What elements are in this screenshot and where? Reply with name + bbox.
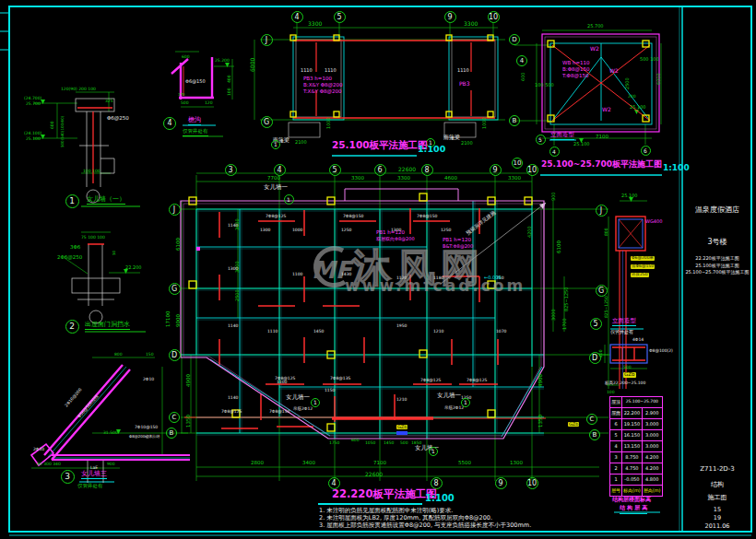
plan1-scale: 1:100 [418,144,445,154]
dim-label: 标高22.200~25.100 [605,381,645,386]
rebar-lines [77,41,650,428]
dim-label: PB1 h=120 [376,230,405,236]
grid-bubble: J [596,205,608,217]
dim-label: 25.200 [215,59,230,64]
dim-label: 3300 [508,176,521,182]
dim-label: 仅管井处有 [77,484,103,489]
dim-label: 1300 [510,461,523,466]
watermark: MF 沐风网 www.mfcad.com [312,245,526,295]
dim-label: 25.100 [573,142,590,146]
dim-label: 立面造型 [550,132,574,140]
grid-bubble: 5 [334,11,346,23]
dim-label: B:X&Y Φ8@200 [303,83,343,88]
drawing-list: 22.220板平法施工图25.100板平法施工图25.100~25.700板平法… [683,255,751,276]
grid-bubble: 9 [490,164,502,176]
grid-bubble: J [261,34,273,46]
floor-table-cell: 4.800 [642,475,662,486]
floor-table-header-cell: 层号 [610,486,622,497]
floor-table-cell: 2.900 [642,408,662,419]
floor-table-cell: 3.000 [642,419,662,430]
phase: 施工图 [683,493,751,502]
dim-label: 7Φ8@150 [269,410,289,415]
dim-label: GZb [396,425,408,429]
grid-bubble: 4 [291,11,303,23]
dim-label: W2 [609,68,619,74]
dim-label: 1250 [441,228,451,233]
dim-label: 1700 [562,318,567,330]
dim-label: 2Φ6@250 [57,255,82,261]
dim-label: 3300 [464,21,478,27]
cad-drawing-sheet[interactable]: MF 沐风网 www.mfcad.com 3300330060001110111… [0,0,756,539]
dim-label: 100 [228,88,232,96]
grid-bubble: 9 [444,11,456,23]
sheet-number: 15 [683,506,751,513]
grid-bubble: 1 [461,398,470,407]
floor-table-cell: 3 [610,452,622,463]
dim-label: 立面造型 [612,318,636,326]
dim-label: 1000 [326,117,331,129]
floor-table-row: 38.7504.200 [610,452,663,463]
floor-table-cell: -0.050 [622,475,643,486]
grid-bubble: 4 [163,117,176,130]
dim-label: 7Φ8@125 [420,379,441,383]
drawing-list-item: 25.100板平法施工图 [683,263,751,270]
dim-label: 22600 [398,167,416,172]
dim-label: 1180 [433,276,443,281]
dim-label: 1950 [396,324,407,329]
floor-table-row: 屋面22.2002.900 [610,408,663,419]
dim-label: 6000 [656,73,661,85]
floor-table-cell: 3.000 [642,441,662,452]
dim-label: 825~1250 [605,296,609,318]
dim-label: 31.500 [103,431,118,436]
dim-label: 吊筋2Φ12 [444,406,464,411]
dim-label: 7100 [596,135,608,140]
project-name: 温泉度假酒店 [683,205,751,215]
dim-label: 9000 [176,314,182,327]
dim-label: 3Φ6 [70,245,80,251]
floor-table-cell: 1 [610,475,622,486]
floor-table-caption2: 结 构 层 高 [620,504,647,514]
grid-bubble: 10 [512,158,523,169]
dim-label: 3300 [351,176,364,182]
floor-elevation-table: 屋顶25.100~25.700屋面22.2002.900619.1503.000… [609,396,663,497]
dim-label: 1450 [384,441,394,446]
dim-label: 1100 [292,273,302,277]
dim-label: 7100 [373,461,386,466]
grid-bubble: D [509,34,520,45]
dim-label: 2500 [625,77,630,89]
grid-bubble: C [586,414,597,425]
dim-label: PB3 [459,81,470,87]
dim-label: Φ6@200单 [631,256,655,261]
dim-label: 900 [551,192,556,201]
dim-label: 2Φ10 [143,378,154,382]
grid-bubble: G [169,283,181,295]
dim-label: 1120 [396,276,407,281]
dim-label: 400 [228,75,232,83]
dim-label: 3000 [551,309,556,321]
dim-label: 22.200 [125,265,142,270]
dim-label: 825~1250 [564,287,569,311]
dim-label: 150 [146,353,154,357]
dim-label: 800 [605,228,609,236]
dim-label: 25.700 [26,102,41,107]
dim-label: 170 [178,93,185,97]
dim-label: (24.100) [24,132,41,136]
dim-label: T:Φ8@150 [562,74,588,79]
dim-label: (24.700) [24,97,41,101]
dim-label: 2Φ10 [33,448,44,452]
floor-table-cell: 4.750 [622,463,643,475]
floor-table-cell: 屋顶 [610,397,622,408]
dim-label: 600 [351,439,360,443]
dim-label: 500(540)100(60) [61,116,65,147]
dim-label: Φ8@200砌体拉结 [129,435,159,439]
floor-table-row: 413.1503.000 [610,441,663,452]
dim-label: 500 [181,101,189,106]
dim-label: 仅管井处有 [610,330,633,334]
dim-label: 17100 [166,311,171,328]
dim-label: 7Φ8@125 [275,377,295,381]
dim-label: 500 [400,441,408,446]
grid-bubble: B [589,429,600,440]
dim-label: 25.100 [621,193,638,198]
floor-table-row: 619.1503.000 [610,419,663,430]
dim-label: 80 300 340 [37,463,61,467]
